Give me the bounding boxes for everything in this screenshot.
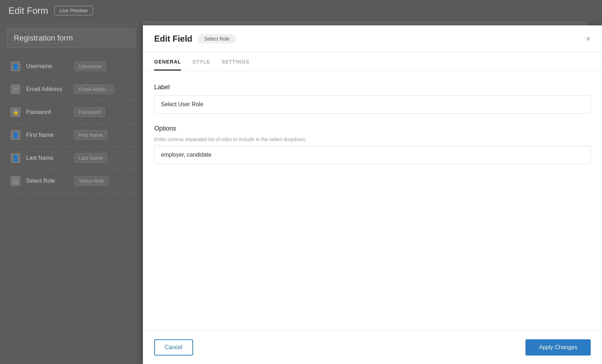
edit-field-modal: Edit Field Select Role × GENERAL STYLE S…: [143, 25, 602, 364]
live-preview-button[interactable]: Live Preview: [54, 6, 93, 16]
field-value-username: Username: [74, 61, 106, 71]
field-label-select-role: Select Role: [26, 178, 68, 184]
user-icon-firstname: [11, 130, 20, 140]
tab-style[interactable]: STYLE: [192, 53, 210, 71]
field-value-firstname: First Name: [74, 130, 107, 140]
modal-body: Label Options Enter comma separated list…: [143, 71, 602, 330]
modal-header: Edit Field Select Role ×: [143, 25, 602, 53]
field-name-badge: Select Role: [198, 34, 236, 43]
label-group: Label: [154, 84, 591, 114]
apply-changes-button[interactable]: Apply Changes: [525, 339, 591, 356]
options-hint: Enter comma separated list of roles to i…: [154, 136, 591, 142]
form-fields-list: Username Username Email Address Email Ad…: [7, 55, 136, 193]
field-value-lastname: Last Name: [74, 153, 107, 163]
field-label-email: Email Address: [26, 86, 68, 92]
lock-icon: [11, 107, 20, 117]
options-group: Options Enter comma separated list of ro…: [154, 125, 591, 164]
field-value-email: Email Addre...: [74, 84, 114, 94]
close-button[interactable]: ×: [586, 35, 591, 43]
user-icon-lastname: [11, 153, 20, 163]
field-value-password: Password: [74, 107, 105, 117]
form-name: Registration form: [7, 28, 136, 48]
options-input[interactable]: [154, 146, 591, 164]
field-value-select-role: Select Role: [74, 176, 109, 186]
tab-settings[interactable]: SETTINGS: [222, 53, 249, 71]
form-sidebar: Registration form Username Username Emai…: [0, 21, 143, 364]
email-icon: [11, 84, 20, 94]
modal-tabs: GENERAL STYLE SETTINGS: [143, 53, 602, 71]
field-label-firstname: First Name: [26, 132, 68, 138]
form-field-email: Email Address Email Addre...: [7, 78, 136, 101]
modal-footer: Cancel Apply Changes: [143, 330, 602, 364]
page-title: Edit Form: [8, 5, 48, 16]
label-section-title: Label: [154, 84, 591, 91]
cancel-button[interactable]: Cancel: [154, 339, 193, 356]
page-header: Edit Form Live Preview: [0, 0, 602, 21]
field-label-password: Password: [26, 109, 68, 115]
field-label-username: Username: [26, 63, 68, 69]
field-label-lastname: Last Name: [26, 155, 68, 161]
form-field-select-role: Select Role Select Role: [7, 170, 136, 193]
form-field-lastname: Last Name Last Name: [7, 147, 136, 170]
modal-title: Edit Field: [154, 34, 192, 44]
form-field-firstname: First Name First Name: [7, 124, 136, 147]
options-section-title: Options: [154, 125, 591, 132]
label-input[interactable]: [154, 95, 591, 114]
tab-general[interactable]: GENERAL: [154, 53, 181, 71]
select-icon: [11, 176, 20, 186]
user-icon: [11, 61, 20, 71]
form-field-username: Username Username: [7, 55, 136, 78]
form-field-password: Password Password: [7, 101, 136, 124]
